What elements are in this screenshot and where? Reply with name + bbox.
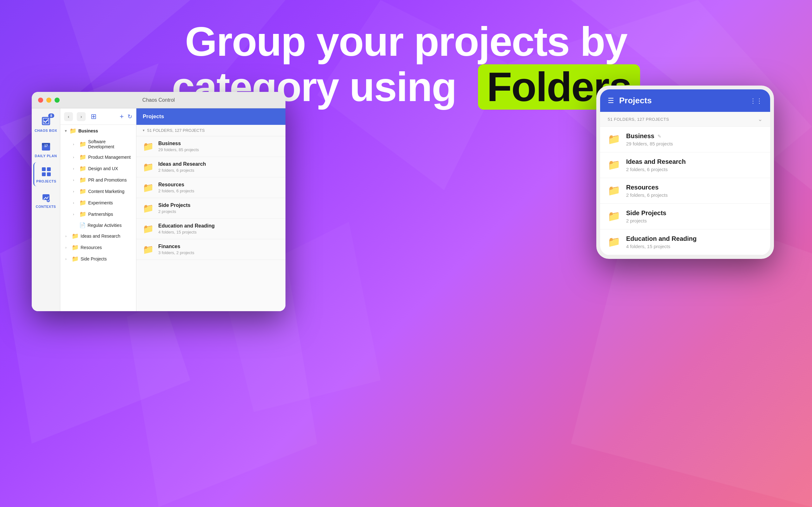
mobile-folder-icon: 📁 [608,133,620,145]
contexts-label: CONTEXTS [36,205,56,209]
forward-button[interactable]: › [77,112,86,121]
folder-row-info: Ideas and Research 2 folders, 6 projects [158,161,206,173]
tree-item-partnerships[interactable]: › 📁 Partnerships [68,209,136,220]
mobile-folder-info: Resources 2 folders, 6 projects [626,184,668,198]
daily-plan-label: DAILY PLAN [35,154,57,158]
folder-row-side-projects[interactable]: 📁 Side Projects 2 projects [136,198,286,219]
folder-meta: 3 folders, 2 projects [158,250,194,255]
mobile-folder-row-business[interactable]: 📁 Business ✎ 29 folders, 85 projects [600,127,770,153]
folder-icon: 📁 [79,154,86,161]
chevron-icon: › [73,201,78,205]
chaos-box-badge: 8 [48,113,54,118]
folder-big-icon: 📁 [143,224,154,234]
tree-item-label: Experiments [88,200,113,205]
tree-item-label: Ideas and Research [81,233,120,239]
folder-big-icon: 📁 [143,182,154,193]
sidebar-item-contexts[interactable]: CONTEXTS [33,187,59,212]
mobile-folder-icon: 📁 [608,236,620,248]
folder-row-education[interactable]: 📁 Education and Reading 4 folders, 15 pr… [136,219,286,239]
mobile-folder-row-side-projects[interactable]: 📁 Side Projects 2 projects [600,204,770,229]
mobile-title: Projects [619,96,745,106]
tree-item-experiments[interactable]: › 📁 Experiments [68,197,136,209]
mobile-folder-row-resources[interactable]: 📁 Resources 2 folders, 6 projects [600,178,770,204]
tree-item-label: Regular Activities [88,223,121,228]
folder-big-icon: 📁 [143,162,154,172]
tree-item-content-marketing[interactable]: › 📁 Content Marketing [68,186,136,197]
folder-icon: 📁 [72,256,79,262]
mobile-folder-icon: 📁 [608,184,620,196]
folder-row-resources[interactable]: 📁 Resources 2 folders, 6 projects [136,177,286,198]
business-chevron: ▼ [64,129,67,133]
chevron-icon: › [73,212,78,216]
folder-big-icon: 📁 [143,203,154,214]
mac-minimize-button[interactable] [46,98,51,103]
sidebar-item-chaos-box[interactable]: 8 CHAOS BOX [33,112,59,135]
mobile-folder-meta: 2 projects [626,218,666,223]
folder-meta: 2 folders, 6 projects [158,188,194,193]
mobile-folder-icon: 📁 [608,159,620,171]
tree-item-side-projects[interactable]: › 📁 Side Projects [60,253,136,265]
folder-name: Business [158,141,199,147]
folder-row-info: Education and Reading 4 folders, 15 proj… [158,223,215,234]
sidebar-item-daily-plan[interactable]: 17 DAILY PLAN [33,137,59,161]
daily-plan-icon: 17 [40,140,52,153]
mac-close-button[interactable] [38,98,43,103]
sidebar-toggle-icon[interactable]: ⊞ [91,112,96,121]
add-folder-button[interactable]: + [119,112,124,121]
mobile-folder-info: Side Projects 2 projects [626,210,666,223]
sidebar-item-projects[interactable]: PROJECTS [33,162,59,186]
mobile-folder-meta: 29 folders, 85 projects [626,141,673,147]
tree-panel: ‹ › ⊞ + ↻ ▼ 📁 Business › 📁 Software Deve… [60,108,136,311]
tree-item-regular-activities[interactable]: › 📄 Regular Activities [68,220,136,230]
main-panel-header: Projects [136,108,286,125]
tree-item-label: Software Development [88,139,132,149]
folder-icon: 📁 [79,199,86,206]
tree-item-design-ux[interactable]: › 📁 Design and UX [68,163,136,174]
chevron-icon: › [65,245,70,249]
tree-item-software-dev[interactable]: › 📁 Software Development [68,137,136,152]
folder-meta: 4 folders, 15 projects [158,230,215,234]
business-folder-icon: 📁 [69,127,77,134]
tree-item-label: Side Projects [81,257,107,262]
chaos-box-label: CHAOS BOX [35,129,57,132]
tree-item-pr[interactable]: › 📁 PR and Promotions [68,174,136,186]
back-button[interactable]: ‹ [64,112,73,121]
chevron-icon: › [65,257,70,261]
svg-text:17: 17 [44,144,48,148]
mobile-folder-name: Side Projects [626,210,666,217]
mobile-count-label: 51 FOLDERS, 127 PROJECTS [608,117,669,122]
mac-window-title: Chaos Control [142,97,175,103]
folder-row-business[interactable]: 📁 Business 29 folders, 85 projects [136,136,286,157]
folder-row-ideas[interactable]: 📁 Ideas and Research 2 folders, 6 projec… [136,157,286,177]
mobile-folder-row-ideas[interactable]: 📁 Ideas and Research 2 folders, 6 projec… [600,153,770,178]
tree-item-label: Partnerships [88,212,113,217]
mobile-menu-icon[interactable]: ☰ [608,97,614,105]
folder-big-icon: 📁 [143,244,154,255]
mac-maximize-button[interactable] [55,98,60,103]
chevron-icon: › [73,155,78,159]
folder-row-info: Business 29 folders, 85 projects [158,141,199,152]
mobile-folder-info: Ideas and Research 2 folders, 6 projects [626,158,686,172]
mobile-folder-icon: 📁 [608,210,620,222]
tree-item-label: Resources [81,245,102,250]
mobile-folder-row-education[interactable]: 📁 Education and Reading 4 folders, 15 pr… [600,229,770,255]
folder-big-icon: 📁 [143,141,154,152]
tree-item-ideas-research[interactable]: › 📁 Ideas and Research [60,230,136,242]
svg-rect-17 [47,172,51,176]
tree-item-product-mgmt[interactable]: › 📁 Product Management [68,152,136,163]
mobile-folder-name: Business [626,132,654,140]
mac-window: Chaos Control 8 CHAOS BOX [32,92,286,311]
folder-icon: 📁 [72,233,79,239]
refresh-button[interactable]: ↻ [128,113,132,120]
tree-item-resources[interactable]: › 📁 Resources [60,242,136,253]
folder-name: Ideas and Research [158,161,206,167]
mobile-grid-icon[interactable]: ⋮⋮ [750,97,763,105]
count-label: 51 FOLDERS, 127 PROJECTS [147,128,205,133]
tree-item-label: Design and UX [88,166,118,171]
mobile-subheader-chevron: ⌄ [758,116,763,123]
mobile-folder-meta: 2 folders, 6 projects [626,167,686,172]
folder-name: Resources [158,182,194,187]
tree-group-business[interactable]: ▼ 📁 Business [60,125,136,137]
folder-row-finances[interactable]: 📁 Finances 3 folders, 2 projects [136,239,286,260]
mobile-inner: ☰ Projects ⋮⋮ 51 FOLDERS, 127 PROJECTS ⌄… [600,89,770,255]
